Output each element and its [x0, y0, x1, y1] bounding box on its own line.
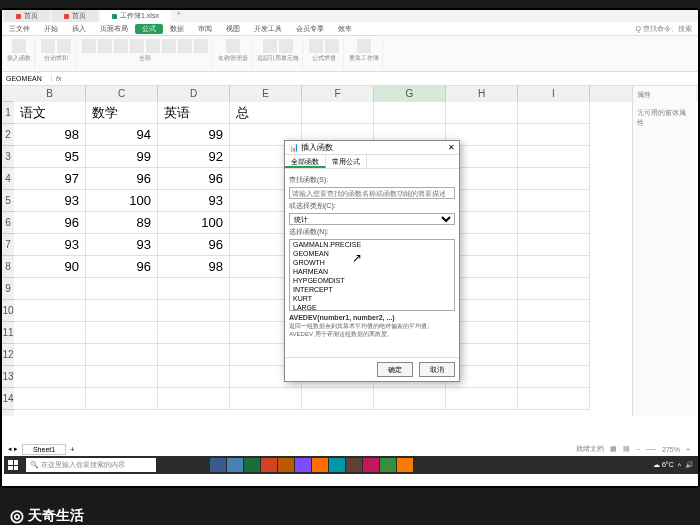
row-header[interactable]: 9 [2, 278, 14, 300]
cell[interactable]: 95 [14, 146, 86, 168]
error-icon[interactable] [325, 39, 339, 53]
col-header[interactable]: B [14, 86, 86, 102]
cell[interactable]: 93 [158, 190, 230, 212]
cell[interactable]: 99 [158, 124, 230, 146]
col-header-selected[interactable]: G [374, 86, 446, 102]
eval-icon[interactable] [309, 39, 323, 53]
cell[interactable] [518, 344, 590, 366]
cell[interactable] [14, 366, 86, 388]
ribbon-tab[interactable]: 开始 [37, 24, 65, 34]
recalc-icon[interactable] [357, 39, 371, 53]
ok-button[interactable]: 确定 [377, 362, 413, 377]
cell[interactable] [86, 366, 158, 388]
row-header[interactable]: 14 [2, 388, 14, 410]
col-header[interactable]: I [518, 86, 590, 102]
dialog-tab-all[interactable]: 全部函数 [285, 155, 326, 168]
list-item[interactable]: HARMEAN [290, 267, 454, 276]
row-header[interactable]: 12 [2, 344, 14, 366]
trace-dep-icon[interactable] [279, 39, 293, 53]
cell[interactable] [518, 102, 590, 124]
trace-icon[interactable] [263, 39, 277, 53]
list-item[interactable]: INTERCEPT [290, 285, 454, 294]
view-icon[interactable]: ▤ [623, 445, 630, 453]
all-fn-icon[interactable] [82, 39, 96, 53]
cell[interactable]: 96 [158, 234, 230, 256]
cell[interactable] [158, 278, 230, 300]
cell[interactable] [158, 322, 230, 344]
cell[interactable] [518, 366, 590, 388]
cell[interactable] [518, 300, 590, 322]
row-header[interactable]: 2 [2, 124, 14, 146]
cell[interactable] [446, 388, 518, 410]
cell[interactable] [158, 300, 230, 322]
taskbar-icon[interactable] [227, 458, 243, 472]
cell[interactable] [230, 388, 302, 410]
cell[interactable]: 总 [230, 102, 302, 124]
cell[interactable] [86, 344, 158, 366]
insert-function-icon[interactable] [12, 39, 26, 53]
cell[interactable]: 语文 [14, 102, 86, 124]
taskbar-icon[interactable] [329, 458, 345, 472]
col-header[interactable]: C [86, 86, 158, 102]
cell[interactable]: 98 [158, 256, 230, 278]
cell[interactable] [158, 388, 230, 410]
sheet-tab[interactable]: Sheet1 [22, 444, 66, 455]
cell[interactable]: 96 [158, 168, 230, 190]
cell[interactable] [302, 388, 374, 410]
row-header[interactable]: 10 [2, 300, 14, 322]
date-icon[interactable] [146, 39, 160, 53]
taskbar-icon[interactable] [397, 458, 413, 472]
cell[interactable] [86, 300, 158, 322]
fx-icon[interactable]: fx [52, 75, 65, 82]
ribbon-tab[interactable]: 会员专享 [289, 24, 331, 34]
cell[interactable]: 96 [14, 212, 86, 234]
start-button[interactable] [4, 456, 22, 474]
cell[interactable] [86, 388, 158, 410]
cell[interactable] [446, 102, 518, 124]
cell[interactable] [158, 366, 230, 388]
list-item[interactable]: HYPGEOMDIST [290, 276, 454, 285]
cell[interactable]: 89 [86, 212, 158, 234]
ribbon-tab[interactable]: 页面布局 [93, 24, 135, 34]
other-fn-icon[interactable] [194, 39, 208, 53]
taskbar-icon[interactable] [363, 458, 379, 472]
ribbon-tab[interactable]: 开发工具 [247, 24, 289, 34]
cell[interactable] [14, 300, 86, 322]
list-item[interactable]: KURT [290, 294, 454, 303]
cell[interactable] [374, 388, 446, 410]
app-tab[interactable]: 首页 [4, 10, 50, 22]
lookup-icon[interactable] [162, 39, 176, 53]
ribbon-tab[interactable]: 视图 [219, 24, 247, 34]
cell[interactable] [86, 278, 158, 300]
cell[interactable] [518, 146, 590, 168]
list-item[interactable]: GAMMALN.PRECISE [290, 240, 454, 249]
taskbar-icon[interactable] [278, 458, 294, 472]
cell[interactable]: 100 [86, 190, 158, 212]
taskbar-icon[interactable] [261, 458, 277, 472]
app-tab-active[interactable]: 工作簿1.xlsx [100, 10, 171, 22]
row-header[interactable]: 6 [2, 212, 14, 234]
cell[interactable]: 99 [86, 146, 158, 168]
cell[interactable] [518, 278, 590, 300]
cell[interactable] [14, 388, 86, 410]
weather-icon[interactable]: ☁ 6°C [653, 461, 674, 469]
row-header[interactable]: 8 [2, 256, 14, 278]
category-select[interactable]: 统计 [289, 213, 455, 225]
function-list[interactable]: GAMMALN.PRECISE GEOMEAN GROWTH HARMEAN H… [289, 239, 455, 311]
taskbar-icon[interactable] [312, 458, 328, 472]
zoom-in-button[interactable]: + [686, 446, 690, 453]
cell[interactable]: 英语 [158, 102, 230, 124]
view-icon[interactable]: ▦ [610, 445, 617, 453]
math-icon[interactable] [178, 39, 192, 53]
system-tray[interactable]: ☁ 6°C ^🔊 [653, 461, 698, 469]
cell[interactable] [518, 322, 590, 344]
add-sheet-button[interactable]: + [66, 446, 78, 453]
ribbon-search[interactable]: Q 查找命令、搜索 [636, 24, 698, 34]
name-mgr-icon[interactable] [226, 39, 240, 53]
taskbar-icon[interactable] [295, 458, 311, 472]
taskbar-icon[interactable] [210, 458, 226, 472]
row-header[interactable]: 1 [2, 102, 14, 124]
cell[interactable] [14, 322, 86, 344]
cell[interactable]: 90 [14, 256, 86, 278]
cell[interactable] [518, 234, 590, 256]
